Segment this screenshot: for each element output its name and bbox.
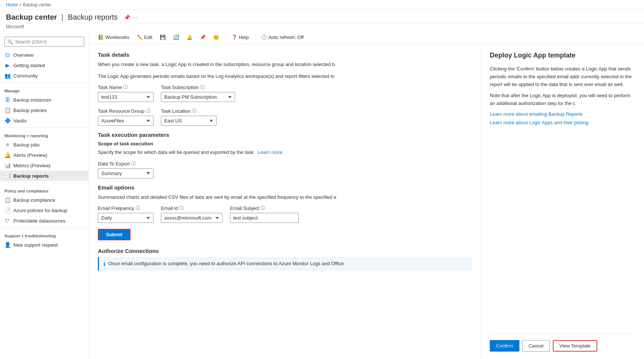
autorefresh-label: Auto refresh: Off [268, 34, 304, 40]
right-panel-footer: Confirm Cancel View Template [490, 334, 635, 352]
sidebar-item-azure-policies[interactable]: 📄 Azure policies for backup [0, 205, 89, 215]
authorize-desc: Once email configuration is complete, yo… [108, 261, 344, 266]
backup-instances-icon: 🗄 [4, 97, 10, 103]
sidebar-item-community[interactable]: 👥 Community [0, 70, 89, 81]
backup-jobs-icon: ≡ [4, 142, 10, 148]
page-title-sub: Backup reports [68, 13, 118, 22]
data-export-info: ⓘ [131, 161, 136, 167]
sidebar-item-backup-jobs[interactable]: ≡ Backup jobs [0, 139, 89, 150]
email-options-title: Email options [98, 184, 472, 191]
task-resource-group-group: Task Resource Group ⓘ AzureFiles [98, 108, 153, 126]
task-subscription-select[interactable]: Backup PM Subscription [161, 92, 235, 102]
main-content: Task details When you create a new task,… [89, 44, 481, 359]
sidebar-item-alerts[interactable]: 🔔 Alerts (Preview) [0, 150, 89, 160]
pin-button[interactable]: 📌 [197, 33, 209, 42]
scope-learn-more-link[interactable]: Learn more [258, 149, 282, 155]
right-panel-desc2: Note that after the Logic App is deploye… [490, 92, 635, 108]
task-resource-group-select[interactable]: AzureFiles [98, 116, 153, 126]
task-name-select[interactable]: test123 [98, 92, 153, 102]
data-export-select[interactable]: Summary [98, 168, 153, 178]
alerts-icon: 🔔 [186, 34, 192, 40]
data-export-group: Data To Export ⓘ Summary [98, 161, 153, 178]
sidebar-item-label: Alerts (Preview) [13, 152, 47, 158]
right-panel: Deploy Logic App template Clicking the '… [481, 44, 644, 359]
confirm-button[interactable]: Confirm [490, 340, 519, 352]
email-id-select[interactable]: axxxx@microsoft.com [161, 213, 222, 223]
learn-more-backup-reports-link[interactable]: Learn more about emailing Backup Reports [490, 111, 635, 117]
email-subject-group: Email Subject ⓘ [230, 205, 299, 223]
save-button[interactable]: 💾 [157, 33, 169, 42]
content-area: Task details When you create a new task,… [89, 44, 644, 359]
learn-more-logic-apps-link[interactable]: Learn more about Logic Apps and their pr… [490, 120, 635, 125]
new-support-icon: 👤 [4, 242, 10, 248]
authorize-title: Authorize Connections [98, 248, 472, 254]
edit-button[interactable]: ✏️ Edit [134, 33, 155, 42]
sidebar-item-protectable[interactable]: 🛡 Protectable datasources [0, 215, 89, 226]
email-subject-input[interactable] [230, 213, 299, 223]
sidebar-section-monitoring: Monitoring + reporting [0, 129, 89, 139]
sidebar-item-label: Vaults [13, 118, 26, 123]
task-name-group: Task Name ⓘ test123 [98, 84, 153, 102]
task-rg-location-row: Task Resource Group ⓘ AzureFiles Task Lo… [98, 108, 472, 126]
more-icon[interactable]: ··· [133, 14, 138, 20]
getting-started-icon: ▶ [4, 62, 10, 68]
sidebar-item-backup-reports[interactable]: 📑 Backup reports [0, 171, 89, 181]
help-label: Help [239, 34, 249, 40]
sidebar-item-label: Getting started [13, 63, 45, 68]
autorefresh-button[interactable]: 🕐 Auto refresh: Off [258, 33, 307, 42]
task-subscription-label: Task Subscription ⓘ [161, 84, 235, 90]
task-rg-label: Task Resource Group ⓘ [98, 108, 153, 114]
breadcrumb-current: Backup center [23, 2, 52, 7]
sidebar-item-overview[interactable]: ⊡ Overview [0, 50, 89, 60]
refresh-button[interactable]: 🔄 [170, 33, 182, 42]
breadcrumb-home[interactable]: Home [6, 2, 18, 7]
task-name-subscription-row: Task Name ⓘ test123 Task Subscription ⓘ [98, 84, 472, 102]
protectable-icon: 🛡 [4, 218, 10, 224]
email-frequency-label: Email Frequency ⓘ [98, 205, 153, 211]
toolbar-separator-2 [255, 34, 255, 41]
vaults-icon: 🔷 [4, 118, 10, 123]
task-details-desc1: When you create a new task, a Logic App … [98, 61, 472, 68]
workbooks-icon: 📗 [98, 34, 104, 40]
email-id-label: Email id ⓘ [161, 205, 222, 211]
cancel-button[interactable]: Cancel [522, 340, 550, 352]
toolbar-separator [225, 34, 225, 41]
sidebar-item-label: Community [13, 73, 38, 79]
sidebar-item-metrics[interactable]: 📊 Metrics (Preview) [0, 160, 89, 171]
task-location-select[interactable]: East US [161, 116, 217, 126]
search-input[interactable] [4, 37, 84, 47]
sidebar-item-new-support[interactable]: 👤 New support request [0, 240, 89, 250]
email-frequency-select[interactable]: Daily [98, 213, 153, 223]
task-location-info: ⓘ [192, 108, 196, 114]
sidebar-item-label: Backup policies [13, 108, 47, 113]
alerts-button[interactable]: 🔔 [184, 33, 195, 42]
data-export-row: Data To Export ⓘ Summary [98, 161, 472, 178]
task-location-label: Task Location ⓘ [161, 108, 217, 114]
sidebar-section-policy: Policy and compliance [0, 184, 89, 195]
sidebar-item-backup-policies[interactable]: 📋 Backup policies [0, 105, 89, 115]
sidebar-item-getting-started[interactable]: ▶ Getting started [0, 60, 89, 70]
breadcrumb: Home > Backup center [0, 0, 644, 10]
workbooks-button[interactable]: 📗 Workbooks [95, 33, 132, 42]
submit-button[interactable]: Submit [98, 229, 131, 240]
task-rg-info: ⓘ [146, 108, 151, 114]
backup-compliance-icon: 📋 [4, 197, 10, 203]
pin-icon[interactable]: 📌 [124, 14, 130, 20]
view-template-button[interactable]: View Template [553, 340, 597, 352]
right-panel-title: Deploy Logic App template [490, 52, 635, 59]
toolbar: 📗 Workbooks ✏️ Edit 💾 🔄 🔔 📌 😊 [89, 31, 644, 44]
edit-label: Edit [144, 34, 152, 40]
task-details-title: Task details [98, 52, 472, 58]
help-button[interactable]: ❓ Help [228, 33, 252, 42]
email-frequency-group: Email Frequency ⓘ Daily [98, 205, 153, 223]
emoji-button[interactable]: 😊 [210, 33, 222, 42]
save-icon: 💾 [160, 34, 166, 40]
authorize-info-box: ℹ Once email configuration is complete, … [98, 257, 472, 271]
right-panel-desc1: Clicking the 'Confirm' button below crea… [490, 65, 635, 88]
page-title-main: Backup center [6, 13, 57, 22]
sidebar-item-backup-compliance[interactable]: 📋 Backup compliance [0, 195, 89, 205]
email-frequency-info: ⓘ [136, 205, 140, 211]
sidebar-item-vaults[interactable]: 🔷 Vaults [0, 115, 89, 126]
sidebar-section-manage: Manage [0, 84, 89, 95]
sidebar-item-backup-instances[interactable]: 🗄 Backup instances [0, 95, 89, 105]
